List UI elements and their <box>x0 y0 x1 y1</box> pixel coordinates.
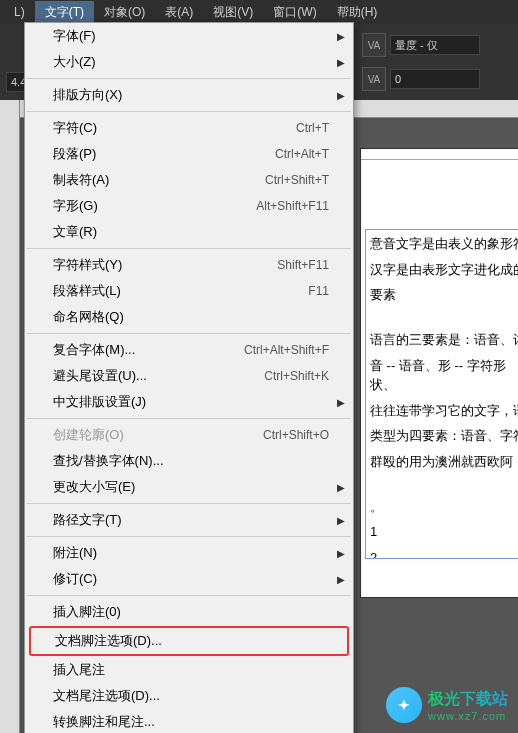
submenu-arrow-icon: ▶ <box>337 574 345 585</box>
menu-item[interactable]: 字体(F)▶ <box>25 23 353 49</box>
menu-item-label: 中文排版设置(J) <box>53 393 329 411</box>
menu-separator <box>27 111 351 112</box>
menu-item-label: 附注(N) <box>53 544 329 562</box>
menu-item[interactable]: 插入脚注(0) <box>25 599 353 625</box>
menu-item[interactable]: 文档尾注选项(D)... <box>25 683 353 709</box>
submenu-arrow-icon: ▶ <box>337 482 345 493</box>
watermark: ✦ 极光下载站 www.xz7.com <box>386 687 508 723</box>
menu-layout[interactable]: L) <box>4 2 35 22</box>
menu-item[interactable]: 避头尾设置(U)...Ctrl+Shift+K <box>25 363 353 389</box>
menu-item-label: 段落样式(L) <box>53 282 308 300</box>
menu-shortcut: Ctrl+Shift+K <box>264 369 329 383</box>
submenu-arrow-icon: ▶ <box>337 57 345 68</box>
menu-separator <box>27 333 351 334</box>
menu-item-label: 转换脚注和尾注... <box>53 713 329 731</box>
menu-item[interactable]: 附注(N)▶ <box>25 540 353 566</box>
text-line: 1 <box>370 522 518 542</box>
menu-item-label: 修订(C) <box>53 570 329 588</box>
menu-shortcut: Ctrl+Alt+T <box>275 147 329 161</box>
highlighted-menu-item: 文档脚注选项(D)... <box>29 626 349 656</box>
menu-shortcut: Ctrl+T <box>296 121 329 135</box>
menubar: L) 文字(T) 对象(O) 表(A) 视图(V) 窗口(W) 帮助(H) <box>0 0 518 24</box>
submenu-arrow-icon: ▶ <box>337 397 345 408</box>
menu-item-label: 文档尾注选项(D)... <box>53 687 329 705</box>
menu-separator <box>27 536 351 537</box>
menu-item[interactable]: 更改大小写(E)▶ <box>25 474 353 500</box>
text-line: 要素 <box>370 285 518 305</box>
text-line: 音 -- 语音、形 -- 字符形状、 <box>370 356 518 395</box>
menu-item[interactable]: 查找/替换字体(N)... <box>25 448 353 474</box>
document-page[interactable]: 意音文字是由表义的象形符 汉字是由表形文字进化成的 要素 语言的三要素是：语音、… <box>360 148 518 598</box>
menu-separator <box>27 595 351 596</box>
menu-view[interactable]: 视图(V) <box>203 1 263 24</box>
menu-item-label: 文章(R) <box>53 223 329 241</box>
menu-item-label: 字体(F) <box>53 27 329 45</box>
menu-item[interactable]: 制表符(A)Ctrl+Shift+T <box>25 167 353 193</box>
menu-shortcut: Alt+Shift+F11 <box>256 199 329 213</box>
menu-item[interactable]: 段落样式(L)F11 <box>25 278 353 304</box>
menu-item-label: 命名网格(Q) <box>53 308 329 326</box>
menu-object[interactable]: 对象(O) <box>94 1 155 24</box>
menu-item-label: 插入脚注(0) <box>53 603 329 621</box>
menu-help[interactable]: 帮助(H) <box>327 1 388 24</box>
text-frame[interactable]: 意音文字是由表义的象形符 汉字是由表形文字进化成的 要素 语言的三要素是：语音、… <box>365 229 518 559</box>
menu-separator <box>27 78 351 79</box>
text-line: 语言的三要素是：语音、词 <box>370 330 518 350</box>
watermark-title: 极光下载站 <box>428 689 508 710</box>
tracking-input[interactable] <box>390 69 480 89</box>
menu-item[interactable]: 段落(P)Ctrl+Alt+T <box>25 141 353 167</box>
menu-item[interactable]: 大小(Z)▶ <box>25 49 353 75</box>
text-line: 意音文字是由表义的象形符 <box>370 234 518 254</box>
menu-item-label: 路径文字(T) <box>53 511 329 529</box>
text-menu-dropdown: 字体(F)▶大小(Z)▶排版方向(X)▶字符(C)Ctrl+T段落(P)Ctrl… <box>24 22 354 733</box>
menu-item[interactable]: 中文排版设置(J)▶ <box>25 389 353 415</box>
menu-item-label: 查找/替换字体(N)... <box>53 452 329 470</box>
menu-item[interactable]: 字符样式(Y)Shift+F11 <box>25 252 353 278</box>
menu-item-label: 制表符(A) <box>53 171 265 189</box>
tracking-icon[interactable]: VA <box>362 67 386 91</box>
menu-shortcut: Ctrl+Shift+O <box>263 428 329 442</box>
menu-item-label: 文档脚注选项(D)... <box>55 632 323 650</box>
text-line: 往往连带学习它的文字，语 <box>370 401 518 421</box>
menu-item[interactable]: 转换脚注和尾注... <box>25 709 353 733</box>
menu-item[interactable]: 文档脚注选项(D)... <box>31 628 347 654</box>
text-line: 群殴的用为澳洲就西欧阿 <box>370 452 518 472</box>
menu-table[interactable]: 表(A) <box>155 1 203 24</box>
menu-item[interactable]: 路径文字(T)▶ <box>25 507 353 533</box>
menu-item[interactable]: 字符(C)Ctrl+T <box>25 115 353 141</box>
submenu-arrow-icon: ▶ <box>337 31 345 42</box>
menu-item[interactable]: 修订(C)▶ <box>25 566 353 592</box>
menu-item[interactable]: 字形(G)Alt+Shift+F11 <box>25 193 353 219</box>
menu-text[interactable]: 文字(T) <box>35 1 94 24</box>
menu-item-label: 大小(Z) <box>53 53 329 71</box>
text-line: 汉字是由表形文字进化成的 <box>370 260 518 280</box>
text-line: 类型为四要素：语音、字符 <box>370 426 518 446</box>
kerning-icon[interactable]: VA <box>362 33 386 57</box>
menu-item[interactable]: 复合字体(M)...Ctrl+Alt+Shift+F <box>25 337 353 363</box>
menu-separator <box>27 248 351 249</box>
menu-item[interactable]: 命名网格(Q) <box>25 304 353 330</box>
menu-shortcut: F11 <box>308 284 329 298</box>
menu-item: 创建轮廓(O)Ctrl+Shift+O <box>25 422 353 448</box>
menu-item-label: 复合字体(M)... <box>53 341 244 359</box>
menu-shortcut: Ctrl+Shift+T <box>265 173 329 187</box>
menu-item-label: 段落(P) <box>53 145 275 163</box>
text-line: 2 <box>370 548 518 560</box>
metric-select[interactable] <box>390 35 480 55</box>
menu-separator <box>27 503 351 504</box>
vertical-ruler <box>0 100 20 733</box>
submenu-arrow-icon: ▶ <box>337 90 345 101</box>
menu-item[interactable]: 文章(R) <box>25 219 353 245</box>
menu-item-label: 更改大小写(E) <box>53 478 329 496</box>
menu-shortcut: Ctrl+Alt+Shift+F <box>244 343 329 357</box>
menu-item-label: 字符样式(Y) <box>53 256 277 274</box>
menu-item[interactable]: 排版方向(X)▶ <box>25 82 353 108</box>
margin-guide <box>361 159 518 160</box>
submenu-arrow-icon: ▶ <box>337 515 345 526</box>
menu-item-label: 避头尾设置(U)... <box>53 367 264 385</box>
menu-item-label: 字形(G) <box>53 197 256 215</box>
menu-item-label: 字符(C) <box>53 119 296 137</box>
menu-shortcut: Shift+F11 <box>277 258 329 272</box>
menu-window[interactable]: 窗口(W) <box>263 1 326 24</box>
menu-item[interactable]: 插入尾注 <box>25 657 353 683</box>
